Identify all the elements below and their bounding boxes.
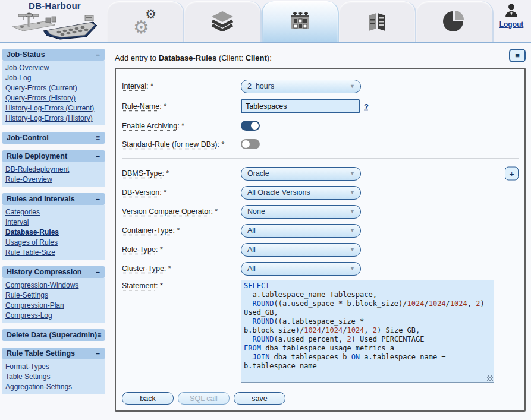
collapse-icon[interactable]: –: [96, 350, 100, 357]
field-label: Enable Archiving: *: [122, 122, 241, 130]
chevron-down-icon: ▼: [350, 247, 355, 252]
chevron-down-icon: ▼: [350, 266, 355, 271]
chevron-down-icon: ▼: [350, 170, 355, 176]
required-indicator: : *: [162, 169, 169, 178]
required-indicator: : *: [172, 226, 180, 235]
page-header: Add entry to Database-Rules (Client: Cli…: [115, 50, 526, 65]
field-label: DB-Version: *: [122, 188, 241, 197]
required-indicator: : *: [156, 282, 163, 290]
version-compare-operator-select[interactable]: None ▼: [241, 205, 361, 219]
sidebar-section-header[interactable]: Job-Status –: [2, 49, 105, 61]
sidebar-section-rule-table-settings: Rule Table Settings – Format-Types Table…: [2, 348, 105, 394]
collapse-icon[interactable]: –: [96, 153, 100, 160]
sidebar-item[interactable]: History-Log-Errors (History): [4, 113, 103, 123]
collapse-icon[interactable]: –: [96, 269, 100, 276]
back-button[interactable]: back: [122, 392, 174, 405]
sidebar-item[interactable]: Rule-Overview: [4, 174, 103, 184]
add-entry-button[interactable]: +: [505, 167, 519, 181]
sidebar-item[interactable]: Query-Errors (History): [4, 93, 103, 103]
sidebar-item[interactable]: Format-Types: [4, 361, 103, 371]
field-label: Standard-Rule (for new DBs): *: [122, 140, 241, 149]
container-type-row: Container-Type: * All ▼: [122, 221, 519, 240]
sidebar-section-header[interactable]: Rule Deployment –: [2, 150, 105, 162]
sidebar-item[interactable]: Aggregation-Settings: [4, 381, 103, 391]
required-indicator: : *: [217, 140, 224, 149]
help-link[interactable]: ?: [364, 102, 369, 111]
sidebar-item[interactable]: Job-Log: [4, 72, 103, 83]
sidebar-section-header[interactable]: Delete Data (Superadmin) ≡: [2, 329, 105, 341]
sidebar-section-title: Rule Deployment: [7, 152, 67, 160]
statement-textarea[interactable]: SELECT a.tablespace_name Tablespace, ROU…: [241, 280, 494, 383]
tab-layers[interactable]: [184, 1, 262, 42]
cluster-type-select[interactable]: All ▼: [241, 262, 361, 276]
sidebar-item[interactable]: DB-Ruledeployment: [4, 164, 103, 174]
form-divider: [122, 158, 519, 159]
required-indicator: : *: [210, 207, 218, 216]
role-type-select[interactable]: All ▼: [241, 243, 361, 257]
sidebar-section-title: Job-Control: [7, 134, 49, 142]
selected-value: All: [247, 264, 256, 273]
menu-icon[interactable]: ≡: [97, 331, 101, 339]
rule-name-input[interactable]: Tablespaces: [241, 99, 360, 113]
sidebar-section-header[interactable]: Job-Control ≡: [2, 132, 105, 144]
logout-label[interactable]: Logout: [494, 20, 529, 29]
sidebar-item[interactable]: Usages of Rules: [4, 237, 103, 247]
chevron-down-icon: ▼: [350, 228, 355, 233]
main-tabs: ⚙⚙: [107, 1, 494, 42]
sidebar-item[interactable]: Table Settings: [4, 371, 103, 381]
db-version-select[interactable]: All Oracle Versions ▼: [241, 186, 361, 200]
field-label: Interval: *: [122, 82, 241, 90]
container-type-select[interactable]: All ▼: [241, 224, 361, 238]
sidebar-section-title: History Compression: [7, 268, 81, 276]
sql-call-button[interactable]: SQL call: [178, 392, 230, 405]
field-label: Version Compare Operator: *: [122, 207, 241, 216]
sidebar-item[interactable]: Compress-Log: [4, 310, 103, 320]
sidebar-item[interactable]: Job-Overview: [4, 62, 103, 72]
required-indicator: : *: [164, 264, 171, 273]
harbour-ship-illustration: [10, 11, 99, 40]
page-title: Add entry to Database-Rules (Client: Cli…: [115, 53, 272, 62]
rule-name-row: Rule-Name: * Tablespaces ?: [122, 96, 519, 116]
sidebar-item[interactable]: Categories: [4, 207, 103, 217]
menu-icon: ≡: [515, 51, 520, 60]
plus-icon: +: [509, 169, 514, 178]
sidebar-item[interactable]: Rule Table-Size: [4, 247, 103, 257]
standard-rule-toggle[interactable]: [241, 139, 260, 149]
sidebar-item[interactable]: Query-Errors (Current): [4, 83, 103, 93]
dbms-type-select[interactable]: Oracle ▼: [241, 167, 361, 181]
sidebar-section-delete-data: Delete Data (Superadmin) ≡: [2, 329, 105, 341]
sidebar-section-rules-and-intervals: Rules and Intervals – Categories Interva…: [2, 193, 105, 260]
required-indicator: : *: [177, 122, 184, 130]
sidebar-section-header[interactable]: Rules and Intervals –: [2, 193, 105, 205]
tab-gears[interactable]: ⚙⚙: [107, 1, 184, 42]
sidebar-item[interactable]: Rule-Settings: [4, 290, 103, 300]
resize-handle-icon[interactable]: [487, 375, 493, 381]
header-menu-button[interactable]: ≡: [509, 49, 526, 62]
app-title: DB-Harbour: [4, 1, 106, 11]
menu-icon[interactable]: ≡: [96, 134, 100, 141]
collapse-icon[interactable]: –: [96, 51, 100, 58]
sidebar-section-title: Job-Status: [7, 50, 45, 59]
top-bar: DB-Harbour ⚙⚙: [0, 0, 531, 43]
sidebar-item[interactable]: Compression-Windows: [4, 280, 103, 290]
save-button[interactable]: save: [234, 392, 285, 405]
field-label: Rule-Name: *: [122, 102, 241, 110]
sidebar-item[interactable]: History-Log-Errors (Current): [4, 103, 103, 113]
tab-pie-chart[interactable]: [416, 1, 494, 42]
selected-value: None: [247, 207, 265, 216]
sidebar-section-header[interactable]: History Compression –: [2, 266, 105, 278]
interval-select[interactable]: 2_hours ▼: [241, 80, 361, 93]
collapse-icon[interactable]: –: [96, 195, 100, 203]
sidebar-item[interactable]: Interval: [4, 217, 103, 227]
logout-button[interactable]: Logout: [494, 3, 529, 29]
sidebar-section-job-status: Job-Status – Job-Overview Job-Log Query-…: [2, 49, 105, 125]
sidebar-section-header[interactable]: Rule Table Settings –: [2, 348, 105, 359]
dbms-type-row: DBMS-Type: * Oracle ▼ +: [122, 164, 519, 183]
enable-archiving-toggle[interactable]: [241, 121, 260, 131]
sidebar-section-job-control: Job-Control ≡: [2, 132, 105, 144]
tab-calendar[interactable]: [262, 1, 339, 42]
sidebar-item[interactable]: Compression-Plan: [4, 300, 103, 310]
tab-book[interactable]: [339, 1, 416, 42]
chevron-down-icon: ▼: [350, 83, 355, 89]
sidebar-item-database-rules[interactable]: Database-Rules: [4, 227, 103, 237]
